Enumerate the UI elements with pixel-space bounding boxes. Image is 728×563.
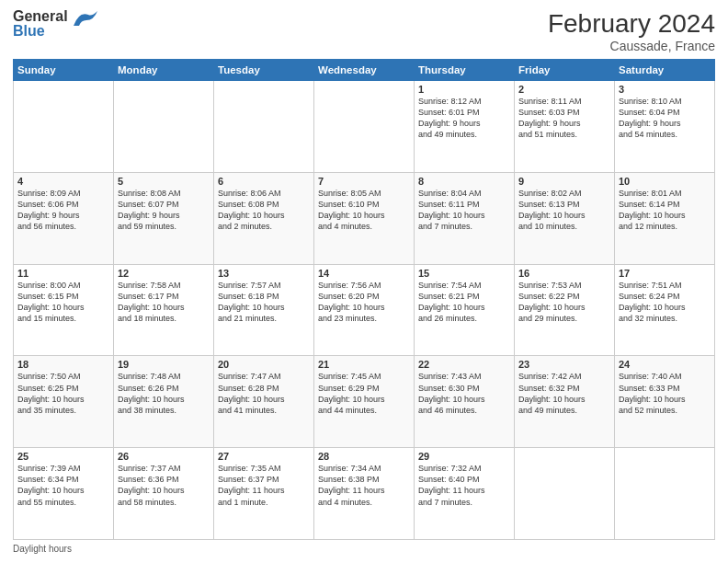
day-number: 28	[318, 451, 410, 462]
calendar-cell: 26Sunrise: 7:37 AM Sunset: 6:36 PM Dayli…	[114, 448, 214, 540]
calendar-cell: 12Sunrise: 7:58 AM Sunset: 6:17 PM Dayli…	[114, 264, 214, 356]
day-number: 19	[118, 359, 210, 370]
day-info: Sunrise: 8:09 AM Sunset: 6:06 PM Dayligh…	[17, 188, 109, 233]
day-info: Sunrise: 7:45 AM Sunset: 6:29 PM Dayligh…	[318, 371, 410, 416]
day-number: 26	[118, 451, 210, 462]
day-number: 9	[518, 176, 610, 187]
calendar-cell	[515, 448, 615, 540]
day-number: 18	[17, 359, 109, 370]
calendar-cell: 19Sunrise: 7:48 AM Sunset: 6:26 PM Dayli…	[114, 356, 214, 448]
day-info: Sunrise: 8:08 AM Sunset: 6:07 PM Dayligh…	[118, 188, 210, 233]
day-number: 8	[418, 176, 510, 187]
calendar-cell: 27Sunrise: 7:35 AM Sunset: 6:37 PM Dayli…	[214, 448, 314, 540]
day-info: Sunrise: 8:01 AM Sunset: 6:14 PM Dayligh…	[619, 188, 711, 233]
calendar-cell	[615, 448, 715, 540]
day-info: Sunrise: 7:53 AM Sunset: 6:22 PM Dayligh…	[518, 280, 610, 325]
header-wednesday: Wednesday	[314, 60, 415, 81]
calendar-cell: 9Sunrise: 8:02 AM Sunset: 6:13 PM Daylig…	[515, 172, 615, 264]
day-number: 17	[619, 268, 711, 279]
calendar-cell: 3Sunrise: 8:10 AM Sunset: 6:04 PM Daylig…	[615, 81, 715, 173]
calendar-cell: 20Sunrise: 7:47 AM Sunset: 6:28 PM Dayli…	[214, 356, 314, 448]
calendar-cell	[314, 81, 415, 173]
header-friday: Friday	[515, 60, 615, 81]
day-info: Sunrise: 8:12 AM Sunset: 6:01 PM Dayligh…	[418, 96, 510, 141]
header-sunday: Sunday	[14, 60, 114, 81]
calendar-table: Sunday Monday Tuesday Wednesday Thursday…	[13, 59, 715, 540]
calendar-cell: 10Sunrise: 8:01 AM Sunset: 6:14 PM Dayli…	[615, 172, 715, 264]
calendar-cell: 7Sunrise: 8:05 AM Sunset: 6:10 PM Daylig…	[314, 172, 415, 264]
calendar-cell: 15Sunrise: 7:54 AM Sunset: 6:21 PM Dayli…	[415, 264, 515, 356]
day-number: 20	[218, 359, 310, 370]
day-info: Sunrise: 7:35 AM Sunset: 6:37 PM Dayligh…	[218, 463, 310, 508]
day-info: Sunrise: 7:54 AM Sunset: 6:21 PM Dayligh…	[418, 280, 510, 325]
day-info: Sunrise: 8:06 AM Sunset: 6:08 PM Dayligh…	[218, 188, 310, 233]
logo-name: General Blue	[13, 9, 68, 39]
page: General Blue February 2024 Caussade, Fra…	[0, 0, 728, 563]
day-info: Sunrise: 8:04 AM Sunset: 6:11 PM Dayligh…	[418, 188, 510, 233]
logo: General Blue	[13, 9, 99, 39]
day-number: 22	[418, 359, 510, 370]
day-number: 5	[118, 176, 210, 187]
calendar-cell: 14Sunrise: 7:56 AM Sunset: 6:20 PM Dayli…	[314, 264, 415, 356]
header-saturday: Saturday	[615, 60, 715, 81]
calendar-week-row-4: 18Sunrise: 7:50 AM Sunset: 6:25 PM Dayli…	[14, 356, 715, 448]
day-info: Sunrise: 7:39 AM Sunset: 6:34 PM Dayligh…	[17, 463, 109, 508]
logo-general-text: General	[13, 9, 68, 24]
footer-note: Daylight hours	[13, 544, 715, 554]
main-title: February 2024	[548, 9, 715, 39]
calendar-cell: 4Sunrise: 8:09 AM Sunset: 6:06 PM Daylig…	[14, 172, 114, 264]
calendar-cell	[14, 81, 114, 173]
day-info: Sunrise: 7:40 AM Sunset: 6:33 PM Dayligh…	[619, 371, 711, 416]
day-info: Sunrise: 8:11 AM Sunset: 6:03 PM Dayligh…	[518, 96, 610, 141]
calendar-cell: 24Sunrise: 7:40 AM Sunset: 6:33 PM Dayli…	[615, 356, 715, 448]
header: General Blue February 2024 Caussade, Fra…	[13, 9, 715, 53]
day-number: 2	[518, 84, 610, 95]
day-number: 3	[619, 84, 711, 95]
day-info: Sunrise: 8:05 AM Sunset: 6:10 PM Dayligh…	[318, 188, 410, 233]
calendar-cell: 2Sunrise: 8:11 AM Sunset: 6:03 PM Daylig…	[515, 81, 615, 173]
day-number: 25	[17, 451, 109, 462]
sub-title: Caussade, France	[548, 39, 715, 53]
calendar-cell	[114, 81, 214, 173]
day-number: 13	[218, 268, 310, 279]
calendar-cell: 28Sunrise: 7:34 AM Sunset: 6:38 PM Dayli…	[314, 448, 415, 540]
calendar-cell	[214, 81, 314, 173]
calendar-cell: 16Sunrise: 7:53 AM Sunset: 6:22 PM Dayli…	[515, 264, 615, 356]
day-number: 27	[218, 451, 310, 462]
calendar-week-row-5: 25Sunrise: 7:39 AM Sunset: 6:34 PM Dayli…	[14, 448, 715, 540]
day-number: 24	[619, 359, 711, 370]
day-info: Sunrise: 7:43 AM Sunset: 6:30 PM Dayligh…	[418, 371, 510, 416]
day-info: Sunrise: 8:00 AM Sunset: 6:15 PM Dayligh…	[17, 280, 109, 325]
day-info: Sunrise: 8:10 AM Sunset: 6:04 PM Dayligh…	[619, 96, 711, 141]
day-info: Sunrise: 7:57 AM Sunset: 6:18 PM Dayligh…	[218, 280, 310, 325]
day-info: Sunrise: 8:02 AM Sunset: 6:13 PM Dayligh…	[518, 188, 610, 233]
day-number: 21	[318, 359, 410, 370]
calendar-week-row-3: 11Sunrise: 8:00 AM Sunset: 6:15 PM Dayli…	[14, 264, 715, 356]
day-number: 11	[17, 268, 109, 279]
calendar-header-row: Sunday Monday Tuesday Wednesday Thursday…	[14, 60, 715, 81]
day-number: 4	[17, 176, 109, 187]
header-tuesday: Tuesday	[214, 60, 314, 81]
calendar-week-row-2: 4Sunrise: 8:09 AM Sunset: 6:06 PM Daylig…	[14, 172, 715, 264]
logo-bird-icon	[72, 9, 99, 33]
calendar-cell: 22Sunrise: 7:43 AM Sunset: 6:30 PM Dayli…	[415, 356, 515, 448]
calendar-cell: 1Sunrise: 8:12 AM Sunset: 6:01 PM Daylig…	[415, 81, 515, 173]
day-info: Sunrise: 7:32 AM Sunset: 6:40 PM Dayligh…	[418, 463, 510, 508]
day-number: 16	[518, 268, 610, 279]
day-info: Sunrise: 7:51 AM Sunset: 6:24 PM Dayligh…	[619, 280, 711, 325]
day-number: 6	[218, 176, 310, 187]
day-number: 15	[418, 268, 510, 279]
calendar-cell: 18Sunrise: 7:50 AM Sunset: 6:25 PM Dayli…	[14, 356, 114, 448]
day-info: Sunrise: 7:50 AM Sunset: 6:25 PM Dayligh…	[17, 371, 109, 416]
calendar-cell: 17Sunrise: 7:51 AM Sunset: 6:24 PM Dayli…	[615, 264, 715, 356]
day-info: Sunrise: 7:56 AM Sunset: 6:20 PM Dayligh…	[318, 280, 410, 325]
day-number: 29	[418, 451, 510, 462]
calendar-cell: 11Sunrise: 8:00 AM Sunset: 6:15 PM Dayli…	[14, 264, 114, 356]
calendar-cell: 21Sunrise: 7:45 AM Sunset: 6:29 PM Dayli…	[314, 356, 415, 448]
day-number: 12	[118, 268, 210, 279]
calendar-cell: 13Sunrise: 7:57 AM Sunset: 6:18 PM Dayli…	[214, 264, 314, 356]
day-number: 10	[619, 176, 711, 187]
calendar-cell: 5Sunrise: 8:08 AM Sunset: 6:07 PM Daylig…	[114, 172, 214, 264]
day-number: 14	[318, 268, 410, 279]
calendar-cell: 23Sunrise: 7:42 AM Sunset: 6:32 PM Dayli…	[515, 356, 615, 448]
